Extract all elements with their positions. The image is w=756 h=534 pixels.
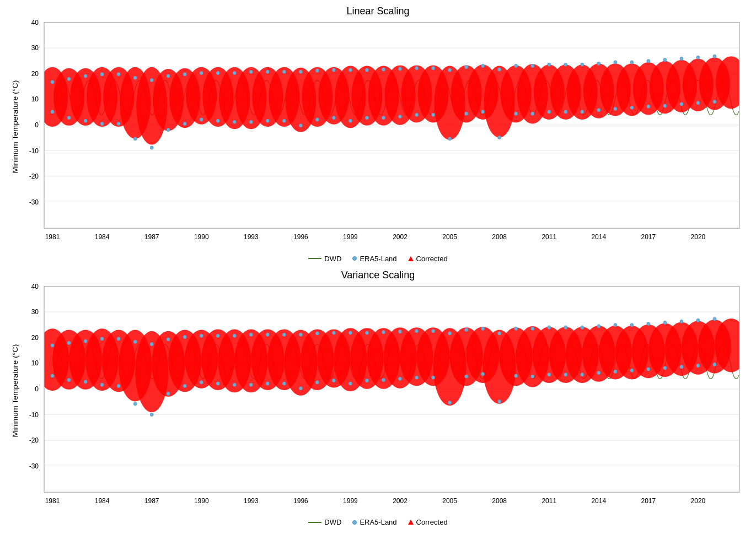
svg-point-89 bbox=[150, 146, 153, 150]
era5-legend-label: ERA5-Land bbox=[360, 255, 396, 263]
svg-point-93 bbox=[183, 122, 186, 126]
svg-point-117 bbox=[382, 116, 385, 120]
svg-point-92 bbox=[183, 72, 186, 76]
svg-point-267 bbox=[315, 331, 319, 335]
svg-point-78 bbox=[67, 77, 71, 81]
svg-point-135 bbox=[531, 112, 534, 116]
svg-point-277 bbox=[399, 330, 402, 333]
svg-point-312 bbox=[680, 365, 683, 369]
linear-chart-svg: 40 30 20 10 0 -10 -20 -30 Minimum Temper… bbox=[11, 19, 745, 252]
svg-point-87 bbox=[133, 137, 137, 141]
svg-text:30: 30 bbox=[31, 44, 39, 52]
svg-point-264 bbox=[282, 381, 286, 385]
svg-text:2005: 2005 bbox=[442, 497, 457, 505]
svg-point-240 bbox=[84, 380, 87, 384]
variance-legend-corrected: Corrected bbox=[408, 518, 448, 526]
svg-point-265 bbox=[299, 332, 302, 336]
svg-point-287 bbox=[481, 327, 485, 331]
svg-point-106 bbox=[299, 70, 302, 74]
svg-point-269 bbox=[332, 331, 335, 335]
svg-point-315 bbox=[713, 317, 716, 321]
svg-point-283 bbox=[448, 331, 452, 335]
svg-point-130 bbox=[498, 68, 501, 72]
svg-text:Minimum Temperature (°C): Minimum Temperature (°C) bbox=[11, 344, 19, 437]
svg-point-250 bbox=[167, 392, 170, 396]
corrected-legend-dot bbox=[408, 256, 414, 261]
svg-point-300 bbox=[581, 373, 584, 376]
svg-point-236 bbox=[51, 374, 54, 377]
svg-point-313 bbox=[696, 318, 700, 322]
variance-scaling-title: Variance Scaling bbox=[341, 269, 415, 281]
svg-point-83 bbox=[100, 122, 104, 126]
svg-point-255 bbox=[216, 334, 219, 338]
svg-point-137 bbox=[548, 110, 551, 114]
svg-point-145 bbox=[614, 107, 617, 111]
svg-text:2011: 2011 bbox=[541, 497, 556, 505]
svg-point-102 bbox=[266, 70, 269, 74]
svg-text:1993: 1993 bbox=[244, 497, 259, 505]
svg-text:1999: 1999 bbox=[343, 497, 358, 505]
linear-scaling-panel: Linear Scaling 40 30 20 10 bbox=[11, 6, 745, 265]
svg-point-156 bbox=[713, 55, 716, 58]
svg-point-120 bbox=[415, 67, 419, 71]
svg-point-118 bbox=[399, 67, 402, 71]
svg-point-281 bbox=[432, 329, 435, 333]
svg-text:2017: 2017 bbox=[641, 233, 656, 241]
svg-point-241 bbox=[100, 337, 104, 341]
svg-point-127 bbox=[465, 112, 468, 116]
svg-point-153 bbox=[680, 103, 683, 106]
svg-point-85 bbox=[117, 122, 120, 126]
svg-point-310 bbox=[663, 366, 667, 370]
svg-point-245 bbox=[133, 339, 137, 343]
svg-text:2002: 2002 bbox=[393, 233, 408, 241]
svg-point-86 bbox=[133, 76, 137, 80]
svg-point-263 bbox=[282, 332, 286, 336]
svg-text:1984: 1984 bbox=[95, 233, 110, 241]
svg-point-79 bbox=[67, 116, 71, 120]
svg-text:-30: -30 bbox=[29, 462, 39, 470]
svg-point-270 bbox=[332, 379, 335, 382]
svg-point-280 bbox=[415, 375, 419, 379]
variance-chart-area: 40 30 20 10 0 -10 -20 -30 Minimum Temper… bbox=[11, 283, 745, 516]
svg-point-249 bbox=[167, 337, 170, 341]
svg-point-81 bbox=[84, 119, 87, 123]
svg-point-288 bbox=[481, 372, 485, 376]
variance-corrected-legend-dot bbox=[408, 520, 414, 525]
svg-point-252 bbox=[183, 384, 186, 388]
svg-point-272 bbox=[348, 381, 352, 385]
variance-legend-dwd: DWD bbox=[308, 518, 341, 526]
svg-point-88 bbox=[150, 78, 153, 82]
svg-point-119 bbox=[399, 115, 402, 118]
svg-point-103 bbox=[266, 119, 269, 123]
svg-point-150 bbox=[663, 58, 667, 62]
svg-point-258 bbox=[233, 382, 236, 386]
svg-point-275 bbox=[382, 330, 385, 334]
svg-point-303 bbox=[614, 323, 617, 327]
svg-point-105 bbox=[282, 119, 286, 123]
svg-point-256 bbox=[216, 381, 219, 385]
svg-text:20: 20 bbox=[31, 69, 39, 78]
svg-point-290 bbox=[498, 400, 501, 403]
svg-point-279 bbox=[415, 329, 419, 333]
svg-point-98 bbox=[233, 71, 236, 75]
svg-point-96 bbox=[216, 71, 219, 75]
svg-text:2005: 2005 bbox=[442, 233, 457, 241]
svg-point-110 bbox=[332, 68, 335, 72]
svg-text:10: 10 bbox=[31, 95, 39, 104]
svg-point-133 bbox=[514, 112, 518, 116]
svg-point-284 bbox=[448, 401, 452, 404]
svg-point-302 bbox=[597, 371, 600, 375]
legend-era5: ERA5-Land bbox=[352, 255, 396, 263]
linear-chart-area: 40 30 20 10 0 -10 -20 -30 Minimum Temper… bbox=[11, 19, 745, 252]
svg-point-308 bbox=[647, 367, 650, 371]
svg-point-91 bbox=[167, 128, 170, 132]
variance-legend: DWD ERA5-Land Corrected bbox=[308, 518, 447, 526]
svg-point-142 bbox=[597, 62, 600, 66]
svg-point-247 bbox=[150, 342, 153, 346]
svg-point-294 bbox=[531, 374, 534, 378]
svg-point-138 bbox=[564, 63, 567, 67]
svg-text:20: 20 bbox=[31, 333, 39, 342]
linear-legend: DWD ERA5-Land Corrected bbox=[308, 255, 447, 263]
svg-point-238 bbox=[67, 378, 71, 382]
svg-point-157 bbox=[713, 100, 716, 104]
